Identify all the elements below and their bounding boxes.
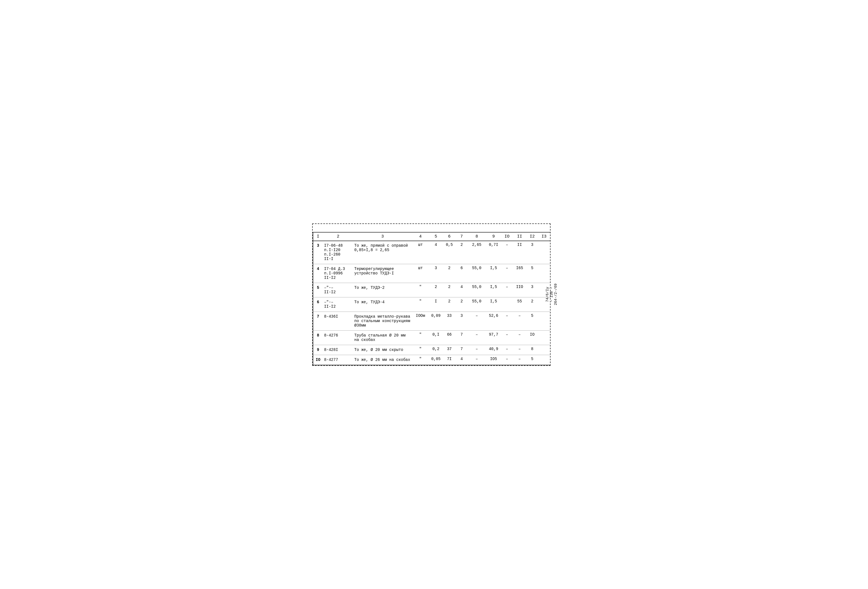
row-col12: 2 (526, 298, 538, 310)
row-col8: – (467, 312, 486, 329)
row-col12: 5 (526, 355, 538, 363)
row-desc: То же, ТУДЭ-4 (353, 298, 412, 310)
row-col10: – (501, 264, 513, 281)
header-col3: 3 (353, 232, 412, 241)
row-col7: 2 (456, 241, 467, 263)
row-col11: IIO (513, 283, 527, 296)
row-col11: I65 (513, 264, 527, 281)
row-col6: 2 (443, 298, 456, 310)
header-col2: 2 (323, 232, 353, 241)
row-desc: Труба стальная Ø 20 мм на скобах (353, 331, 412, 343)
row-col5: 0,2 (429, 345, 443, 353)
row-col8: – (467, 355, 486, 363)
table-row: 98-428IТо же, Ø 20 мм скрыто"0,2377–40,9… (313, 345, 550, 353)
row-col5: 0,I (429, 331, 443, 343)
header-col10: IO (501, 232, 513, 241)
row-col10: – (501, 241, 513, 263)
row-unit: " (412, 298, 429, 310)
header-col9: 9 (486, 232, 501, 241)
header-col6: 6 (443, 232, 456, 241)
row-id: 7 (313, 312, 323, 329)
side-label-bottom: 74/6/Iy (545, 285, 549, 304)
row-unit: " (412, 355, 429, 363)
row-col11: – (513, 331, 527, 343)
header-row: I 2 3 4 5 6 7 8 9 IO II I2 I3 (313, 232, 550, 241)
row-id: 8 (313, 331, 323, 343)
row-id: IO (313, 355, 323, 363)
row-col12: 5 (526, 312, 538, 329)
row-col9: 97,7 (486, 331, 501, 343)
row-unit: " (412, 283, 429, 296)
header-col5: 5 (429, 232, 443, 241)
row-code: 8-4276 (323, 331, 353, 343)
row-code: –"-– II-I2 (323, 283, 353, 296)
outer-border: 264-/2-/69 – I38 – 74/6/Iy I 2 3 4 5 6 7… (312, 223, 551, 366)
row-code: I7-04 Д.3 п.I-0996 II-I2 (323, 264, 353, 281)
row-unit: IOOм (412, 312, 429, 329)
row-col10: – (501, 345, 513, 353)
table-row: 5–"-– II-I2То же, ТУДЭ-2"22455,0I,5–IIO3 (313, 283, 550, 296)
row-id: 6 (313, 298, 323, 310)
row-col5: 0,09 (429, 312, 443, 329)
row-col11: II (513, 241, 527, 263)
row-col7: 4 (456, 283, 467, 296)
table-row: IO8-4277То же, Ø 26 мм на скобах"0,057I4… (313, 355, 550, 363)
table-row: 88-4276Труба стальная Ø 20 мм на скобах"… (313, 331, 550, 343)
row-col11: – (513, 312, 527, 329)
row-desc: Терморегулирующее устройство ТУДЭ-I (353, 264, 412, 281)
table-row: 3I7-06-48 п.I-I20 п.I-260 II-IТо же, пря… (313, 241, 550, 263)
row-col6: 37 (443, 345, 456, 353)
row-id: 4 (313, 264, 323, 281)
row-col8: 2,65 (467, 241, 486, 263)
row-id: 3 (313, 241, 323, 263)
row-code: –"-– II-I2 (323, 298, 353, 310)
row-code: I7-06-48 п.I-I20 п.I-260 II-I (323, 241, 353, 263)
row-desc: Прокладка металло-рукава по стальным кон… (353, 312, 412, 329)
header-col8: 8 (467, 232, 486, 241)
row-col9: IO5 (486, 355, 501, 363)
row-col9: 52,6 (486, 312, 501, 329)
row-desc: То же, ТУДЭ-2 (353, 283, 412, 296)
row-col7: 3 (456, 312, 467, 329)
row-col8: – (467, 331, 486, 343)
row-col12: 8 (526, 345, 538, 353)
row-col12: 3 (526, 241, 538, 263)
row-id: 9 (313, 345, 323, 353)
row-col5: 3 (429, 264, 443, 281)
row-code: 8-428I (323, 345, 353, 353)
row-col7: 7 (456, 345, 467, 353)
row-col10: – (501, 283, 513, 296)
row-col6: 0,5 (443, 241, 456, 263)
row-col7: 2 (456, 298, 467, 310)
row-col8: – (467, 345, 486, 353)
row-col6: 66 (443, 331, 456, 343)
row-col6: 33 (443, 312, 456, 329)
header-col7: 7 (456, 232, 467, 241)
row-id: 5 (313, 283, 323, 296)
row-col10: – (501, 355, 513, 363)
row-col10 (501, 298, 513, 310)
row-col12: IO (526, 331, 538, 343)
row-col11: – (513, 345, 527, 353)
row-col7: 6 (456, 264, 467, 281)
side-labels: 264-/2-/69 – I38 – 74/6/Iy (545, 224, 558, 365)
table-row: 4I7-04 Д.3 п.I-0996 II-I2Терморегулирующ… (313, 264, 550, 281)
row-col5: I (429, 298, 443, 310)
row-col10: – (501, 331, 513, 343)
row-col7: 4 (456, 355, 467, 363)
row-col6: 2 (443, 283, 456, 296)
header-col11: II (513, 232, 527, 241)
side-label-middle: – I38 – (549, 285, 554, 304)
row-unit: " (412, 331, 429, 343)
page-wrapper: 264-/2-/69 – I38 – 74/6/Iy I 2 3 4 5 6 7… (309, 221, 559, 369)
row-unit: " (412, 345, 429, 353)
row-col5: 4 (429, 241, 443, 263)
row-desc: То же, Ø 20 мм скрыто (353, 345, 412, 353)
row-col9: 40,9 (486, 345, 501, 353)
row-code: 8-436I (323, 312, 353, 329)
row-col5: 0,05 (429, 355, 443, 363)
header-col12: I2 (526, 232, 538, 241)
main-table: I 2 3 4 5 6 7 8 9 IO II I2 I3 3I7-06-48 … (313, 224, 550, 365)
row-col11: – (513, 355, 527, 363)
table-row: 6–"-– II-I2То же, ТУДЭ-4"I2255,0I,5552 (313, 298, 550, 310)
